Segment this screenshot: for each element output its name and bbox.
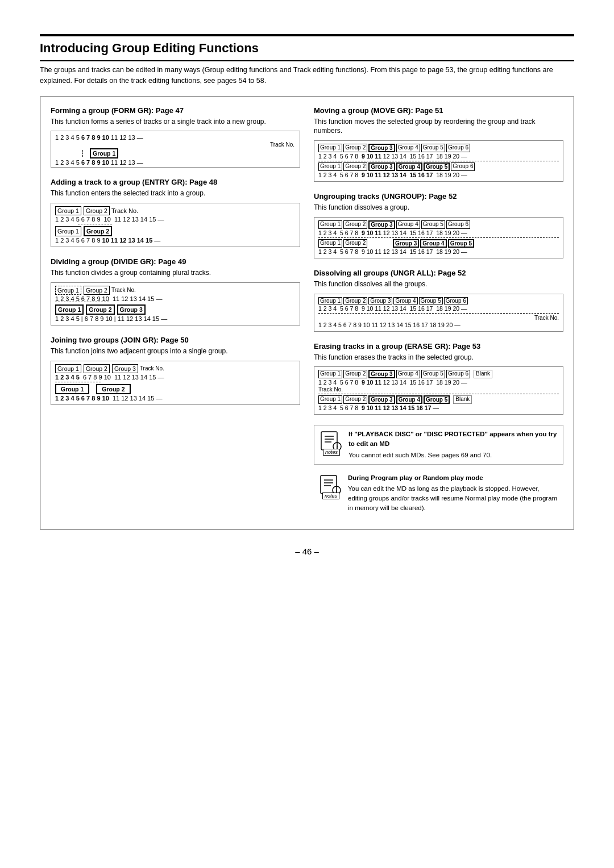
erasing-diag: Group 1 Group 2 Group 3 Group 4 Group 5 … <box>314 366 563 415</box>
erasing-title: Erasing tracks in a group (ERASE GR): Pa… <box>314 342 563 350</box>
erasing-trackno: Track No. <box>318 386 559 393</box>
forming-after-nums: 1 2 3 4 5 6 7 8 9 10 11 12 13 — <box>55 159 143 166</box>
section-joining: Joining two groups (JOIN GR): Page 50 Th… <box>51 336 300 405</box>
erasing-after-groups: Group 1 Group 2 Group 3 Group 4 Group 5 <box>318 395 450 404</box>
moving-before-nums: 1 2 3 4 5 6 7 8 9 10 11 12 13 14 15 16 1… <box>318 153 559 160</box>
svg-rect-6 <box>321 475 337 494</box>
ungrouping-diag: Group 1 Group 2 Group 3 Group 4 Group 5 … <box>314 217 563 258</box>
forming-title: Forming a group (FORM GR): Page 47 <box>51 106 300 115</box>
note-1-body: You cannot edit such MDs. See pages 69 a… <box>349 450 558 460</box>
moving-dashed <box>318 161 559 161</box>
moving-desc: This function moves the selected group b… <box>314 117 563 136</box>
notes-icon-2: i notes <box>318 473 343 499</box>
section-dissolving-all: Dissolving all groups (UNGR ALL): Page 5… <box>314 269 563 332</box>
dividing-after-g2: Group 2 <box>86 304 114 315</box>
erasing-before-nums: 1 2 3 4 5 6 7 8 9 10 11 12 13 14 15 16 1… <box>318 379 559 386</box>
dissolving-all-desc: This function dissolves all the groups. <box>314 279 563 289</box>
forming-trackno: Track No. <box>270 141 294 148</box>
main-content-box: Forming a group (FORM GR): Page 47 This … <box>40 97 574 530</box>
page: Introducing Group Editing Functions The … <box>0 0 614 596</box>
ungrouping-dashed <box>318 237 559 238</box>
dissolving-after-nums: 1 2 3 4 5 6 7 8 9 10 11 12 13 14 15 16 1… <box>318 322 559 328</box>
moving-diag: Group 1 Group 2 Group 3 Group 4 Group 5 … <box>314 140 563 182</box>
ungrouping-before-nums: 1 2 3 4 5 6 7 8 9 10 11 12 13 14 15 16 1… <box>318 229 559 236</box>
section-ungrouping: Ungrouping tracks (UNGROUP): Page 52 Thi… <box>314 192 563 258</box>
bottom-page-number: – 46 – <box>40 546 574 556</box>
section-dividing: Dividing a group (DIVIDE GR): Page 49 Th… <box>51 257 300 326</box>
dissolving-all-title: Dissolving all groups (UNGR ALL): Page 5… <box>314 269 563 277</box>
dividing-before-nums: 1 2 3 4 5 6 7 8 9 10 11 12 13 14 15 — <box>55 295 296 302</box>
erasing-desc: This function erases the tracks in the s… <box>314 353 563 362</box>
dividing-after-g3: Group 3 <box>117 304 146 315</box>
note-2-content: During Program play or Random play mode … <box>348 473 559 513</box>
adding-after-nums: 1 2 3 4 5 6 7 8 9 10 11 12 13 14 15 — <box>55 237 296 244</box>
two-col-layout: Forming a group (FORM GR): Page 47 This … <box>51 106 563 519</box>
svg-rect-0 <box>321 432 337 450</box>
page-title: Introducing Group Editing Functions <box>40 41 574 61</box>
joining-before-g1: Group 1 <box>55 364 81 373</box>
ungrouping-title: Ungrouping tracks (UNGROUP): Page 52 <box>314 192 563 201</box>
section-forming: Forming a group (FORM GR): Page 47 This … <box>51 106 300 168</box>
dissolving-trackno: Track No. <box>318 315 559 321</box>
section-moving: Moving a group (MOVE GR): Page 51 This f… <box>314 106 563 182</box>
col-left: Forming a group (FORM GR): Page 47 This … <box>51 106 300 519</box>
top-rule <box>40 34 574 36</box>
joining-before-g2: Group 2 <box>84 364 110 373</box>
dividing-after-g1: Group 1 <box>55 304 84 315</box>
adding-before-g2: Group 2 <box>84 206 110 215</box>
ungrouping-before-groups: Group 1 Group 2 Group 3 Group 4 Group 5 … <box>318 220 559 229</box>
adding-desc: This function enters the selected track … <box>51 189 300 198</box>
joining-diag: Group 1 Group 2 Group 3 Track No. 1 2 3 … <box>51 361 300 405</box>
erasing-blank-label: Blank <box>474 370 492 378</box>
notes-label-2: notes <box>322 493 339 499</box>
moving-title: Moving a group (MOVE GR): Page 51 <box>314 106 563 115</box>
forming-diag-before: 1 2 3 4 5 6 7 8 9 10 11 12 13 — Track No… <box>51 131 300 168</box>
joining-after-nums: 1 2 3 4 5 6 7 8 9 10 11 12 13 14 15 — <box>55 395 296 402</box>
joining-before-nums: 1 2 3 4 5 6 7 8 9 10 11 12 13 14 15 — <box>55 374 296 381</box>
dissolving-all-diag: Group 1 Group 2 Group 3 Group 4 Group 5 … <box>314 294 563 332</box>
notes-label-1: notes <box>323 449 340 456</box>
note-1: i notes If "PLAYBACK DISC" or "DISC PROT… <box>314 425 563 464</box>
joining-before-g3: Group 3 <box>112 364 138 373</box>
erasing-before-groups: Group 1 Group 2 Group 3 Group 4 Group 5 … <box>318 370 470 378</box>
note-2-body: You can edit the MD as long as the playb… <box>348 484 559 512</box>
adding-before-nums: 1 2 3 4 5 6 7 8 9 10 11 12 13 14 15 — <box>55 216 296 223</box>
notes-icon-1: i notes <box>319 429 344 456</box>
note-1-title: If "PLAYBACK DISC" or "DISC PROTECTED" a… <box>349 429 558 448</box>
ungrouping-after-groups: Group 1 Group 2 Group 3 Group 4 Group 5 <box>318 239 559 248</box>
adding-dashed-line <box>78 224 112 224</box>
forming-before-nums: 1 2 3 4 5 6 7 8 9 10 11 12 13 — <box>55 134 143 141</box>
adding-title: Adding a track to a group (ENTRY GR): Pa… <box>51 178 300 186</box>
note-1-content: If "PLAYBACK DISC" or "DISC PROTECTED" a… <box>349 429 558 460</box>
dividing-title: Dividing a group (DIVIDE GR): Page 49 <box>51 257 300 266</box>
moving-after-groups: Group 1 Group 2 Group 3 Group 4 Group 5 … <box>318 162 559 171</box>
dividing-before-g2: Group 2 <box>84 286 110 295</box>
joining-after-g1: Group 1 <box>55 384 89 394</box>
erasing-dashed <box>318 394 559 394</box>
joining-desc: This function joins two adjacent groups … <box>51 347 300 356</box>
forming-desc: This function forms a series of tracks o… <box>51 117 300 127</box>
erasing-after-nums: 1 2 3 4 5 6 7 8 9 10 11 12 13 14 15 16 1… <box>318 404 559 411</box>
dividing-diag: Group 1 Group 2 Track No. 1 2 3 4 5 6 7 … <box>51 282 300 326</box>
dividing-before-g1: Group 1 <box>55 286 81 295</box>
joining-title: Joining two groups (JOIN GR): Page 50 <box>51 336 300 344</box>
adding-after-g1: Group 1 <box>55 226 81 236</box>
notes-section: i notes If "PLAYBACK DISC" or "DISC PROT… <box>314 425 563 516</box>
moving-after-nums: 1 2 3 4 5 6 7 8 9 10 11 12 13 14 15 16 1… <box>318 172 559 178</box>
ungrouping-desc: This function dissolves a group. <box>314 203 563 212</box>
dissolving-before-nums: 1 2 3 4 5 6 7 8 9 10 11 12 13 14 15 16 1… <box>318 305 559 312</box>
erasing-blank-label2: Blank <box>453 395 472 404</box>
dividing-after-nums: 1 2 3 4 5 | 6 7 8 9 10 | 11 12 13 14 15 … <box>55 315 296 322</box>
forming-group1-box: Group 1 <box>90 148 118 158</box>
dissolving-all-dashed <box>318 313 559 314</box>
section-erasing: Erasing tracks in a group (ERASE GR): Pa… <box>314 342 563 415</box>
note-2-title: During Program play or Random play mode <box>348 473 559 483</box>
dissolving-before-groups: Group 1 Group 2 Group 3 Group 4 Group 5 … <box>318 297 559 304</box>
section-adding: Adding a track to a group (ENTRY GR): Pa… <box>51 178 300 247</box>
joining-dashed <box>55 382 101 382</box>
intro-text: The groups and tracks can be edited in m… <box>40 65 574 86</box>
dividing-desc: This function divides a group containing… <box>51 268 300 278</box>
moving-before-groups: Group 1 Group 2 Group 3 Group 4 Group 5 … <box>318 144 559 152</box>
adding-diag: Group 1 Group 2 Track No. 1 2 3 4 5 6 7 … <box>51 203 300 247</box>
ungrouping-after-nums: 1 2 3 4 5 6 7 8 9 10 11 12 13 14 15 16 1… <box>318 248 559 255</box>
